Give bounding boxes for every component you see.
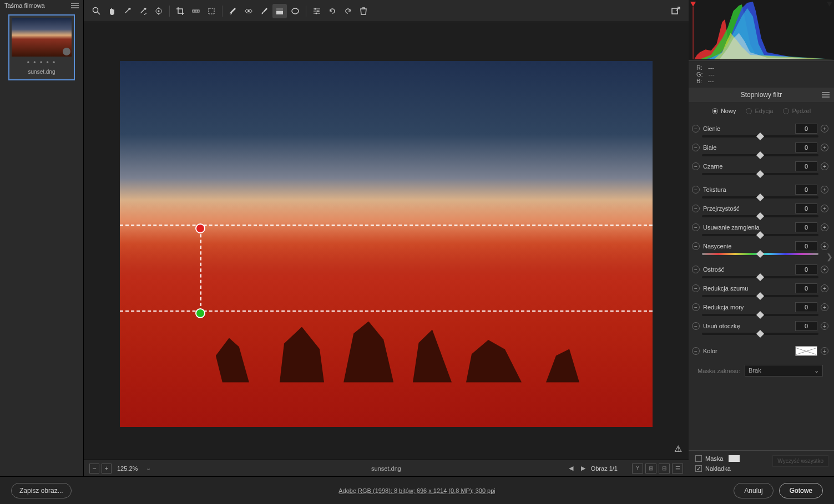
next-image-button[interactable]: ▶ xyxy=(579,465,588,472)
trash-icon[interactable] xyxy=(356,4,371,18)
transform-tool-icon[interactable] xyxy=(204,4,219,18)
slider-value[interactable]: 0 xyxy=(795,124,817,134)
slider-value[interactable]: 0 xyxy=(795,203,817,213)
mask-color-swatch[interactable] xyxy=(729,455,740,462)
preferences-icon[interactable] xyxy=(310,4,324,18)
target-adjust-tool-icon[interactable] xyxy=(151,4,166,18)
slider-value[interactable]: 0 xyxy=(795,283,817,293)
slider-increase[interactable]: + xyxy=(821,303,828,311)
slider-value[interactable]: 0 xyxy=(795,264,817,274)
color-decrease[interactable]: − xyxy=(692,347,700,355)
view-mode-3-icon[interactable]: ☰ xyxy=(672,464,683,474)
filmstrip-menu-icon[interactable] xyxy=(71,3,79,8)
svg-point-23 xyxy=(317,10,319,12)
slider-increase[interactable]: + xyxy=(821,322,828,330)
zoom-dropdown[interactable]: ⌄ xyxy=(143,464,153,474)
zoom-in-button[interactable]: + xyxy=(102,464,112,474)
slider-track[interactable] xyxy=(702,135,818,138)
rotate-cw-icon[interactable] xyxy=(341,4,355,18)
slider-decrease[interactable]: − xyxy=(692,162,700,170)
slider-track[interactable] xyxy=(702,295,818,297)
slider-track[interactable] xyxy=(702,314,818,316)
gradient-handle-start[interactable] xyxy=(195,223,205,233)
svg-point-0 xyxy=(93,7,98,12)
mode-row: Nowy Edycja Pędzel xyxy=(689,102,834,120)
slider-decrease[interactable]: − xyxy=(692,242,700,250)
slider-increase[interactable]: + xyxy=(821,144,828,151)
slider-increase[interactable]: + xyxy=(821,242,828,250)
slider-increase[interactable]: + xyxy=(821,186,828,194)
view-mode-1-icon[interactable]: ⊞ xyxy=(645,464,656,474)
prev-image-button[interactable]: ◀ xyxy=(567,465,575,472)
done-button[interactable]: Gotowe xyxy=(779,483,823,498)
current-filename: sunset.dng xyxy=(371,465,401,472)
slider-track[interactable] xyxy=(702,215,818,217)
mode-edit[interactable]: Edycja xyxy=(746,108,773,114)
slider-increase[interactable]: + xyxy=(821,162,828,170)
color-increase[interactable]: + xyxy=(821,347,828,355)
slider-decrease[interactable]: − xyxy=(692,322,700,330)
thumbnail[interactable]: • • • • • sunset.dng xyxy=(8,14,75,80)
slider-decrease[interactable]: − xyxy=(692,205,700,212)
slider-value[interactable]: 0 xyxy=(795,241,817,251)
slider-value[interactable]: 0 xyxy=(795,161,817,171)
scroll-indicator-icon[interactable]: ❯ xyxy=(826,252,833,261)
slider-increase[interactable]: + xyxy=(821,205,828,212)
zoom-tool-icon[interactable] xyxy=(89,4,104,18)
panel-menu-icon[interactable] xyxy=(822,92,830,98)
gradient-handle-end[interactable] xyxy=(195,308,205,318)
image-canvas[interactable] xyxy=(120,61,653,427)
brush-tool-icon[interactable] xyxy=(257,4,271,18)
mask-range-dropdown[interactable]: Brak⌄ xyxy=(745,365,823,376)
slider-track[interactable] xyxy=(702,154,818,156)
footer-info[interactable]: Adobe RGB (1998); 8 bitów; 696 x 1214 (0… xyxy=(338,487,496,494)
slider-decrease[interactable]: − xyxy=(692,125,700,133)
thumbnail-rating[interactable]: • • • • • xyxy=(12,57,72,69)
slider-decrease[interactable]: − xyxy=(692,223,700,231)
slider-increase[interactable]: + xyxy=(821,125,828,133)
clear-all-button[interactable]: Wyczyść wszystko xyxy=(772,455,828,467)
slider-track[interactable] xyxy=(702,196,818,198)
slider-increase[interactable]: + xyxy=(821,266,828,273)
slider-decrease[interactable]: − xyxy=(692,266,700,273)
view-mode-2-icon[interactable]: ⊟ xyxy=(659,464,670,474)
slider-track[interactable] xyxy=(702,276,818,278)
slider-value[interactable]: 0 xyxy=(795,302,817,312)
spot-removal-tool-icon[interactable] xyxy=(226,4,240,18)
slider-increase[interactable]: + xyxy=(821,284,828,292)
slider-decrease[interactable]: − xyxy=(692,186,700,194)
mode-brush[interactable]: Pędzel xyxy=(783,108,811,114)
crop-tool-icon[interactable] xyxy=(173,4,188,18)
graduated-filter-tool-icon[interactable] xyxy=(272,4,287,18)
open-external-icon[interactable] xyxy=(669,4,683,18)
slider-value[interactable]: 0 xyxy=(795,321,817,331)
slider-value[interactable]: 0 xyxy=(795,222,817,232)
histogram[interactable] xyxy=(689,0,834,61)
color-swatch[interactable] xyxy=(795,346,817,356)
warning-icon[interactable]: ⚠ xyxy=(674,444,682,454)
eyedropper-sample-tool-icon[interactable] xyxy=(136,4,150,18)
eyedropper-tool-icon[interactable] xyxy=(120,4,135,18)
straighten-tool-icon[interactable] xyxy=(189,4,203,18)
slider-increase[interactable]: + xyxy=(821,223,828,231)
slider-decrease[interactable]: − xyxy=(692,284,700,292)
redeye-tool-icon[interactable] xyxy=(241,4,256,18)
svg-point-5 xyxy=(158,10,160,12)
radial-filter-tool-icon[interactable] xyxy=(288,4,302,18)
cancel-button[interactable]: Anuluj xyxy=(734,483,773,498)
toolbar xyxy=(84,0,689,22)
rotate-ccw-icon[interactable] xyxy=(325,4,340,18)
slider-track[interactable] xyxy=(702,173,818,175)
mode-new[interactable]: Nowy xyxy=(712,108,736,114)
slider-track[interactable] xyxy=(702,333,818,335)
save-image-button[interactable]: Zapisz obraz... xyxy=(11,483,72,498)
before-after-y-icon[interactable]: Y xyxy=(632,464,643,474)
slider-value[interactable]: 0 xyxy=(795,185,817,195)
slider-track[interactable] xyxy=(702,253,818,255)
slider-decrease[interactable]: − xyxy=(692,144,700,151)
zoom-out-button[interactable]: − xyxy=(89,464,99,474)
slider-track[interactable] xyxy=(702,234,818,236)
hand-tool-icon[interactable] xyxy=(105,4,119,18)
slider-decrease[interactable]: − xyxy=(692,303,700,311)
slider-value[interactable]: 0 xyxy=(795,142,817,152)
